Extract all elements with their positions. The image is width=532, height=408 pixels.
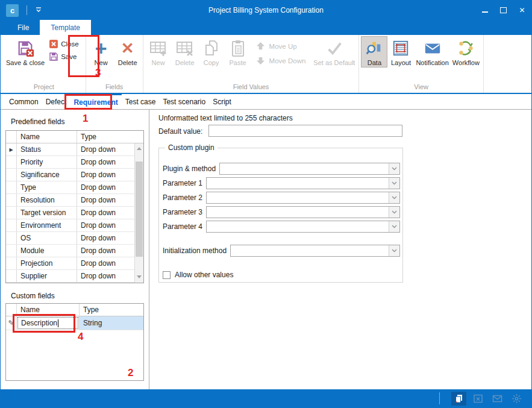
table-row[interactable]: Target versionDrop down (6, 207, 134, 219)
custom-fields-table: Name Type ✎ Description String (5, 303, 144, 381)
tab-script[interactable]: Script (209, 94, 235, 109)
view-data-button[interactable]: Data (361, 36, 387, 67)
minimize-button[interactable] (475, 1, 494, 20)
new-field-button[interactable]: + New (88, 36, 114, 67)
group-label-field-values: Field Values (145, 83, 357, 93)
new-value-button: New (145, 36, 172, 67)
chevron-down-icon[interactable] (389, 221, 399, 232)
initialization-method-dropdown[interactable] (230, 245, 400, 257)
maximize-button[interactable] (494, 1, 513, 20)
allow-other-values-checkbox[interactable] (163, 271, 171, 279)
custom-field-row[interactable]: ✎ Description String (6, 316, 143, 330)
custom-plugin-groupbox: Custom plugin Plugin & method Parameter … (158, 148, 403, 283)
allow-other-values-label: Allow other values (175, 271, 233, 279)
custom-fields-title: Custom fields (11, 292, 55, 300)
app-window: c Project Billing System Configuration ✕… (0, 0, 532, 408)
field-type-cell[interactable]: String (80, 316, 143, 330)
field-name-edit-cell[interactable]: Description (17, 317, 78, 329)
copy-icon (202, 39, 221, 58)
move-up-button: Move Up (256, 42, 306, 51)
edit-row-icon: ✎ (8, 319, 14, 327)
tab-requirement[interactable]: Requirement (70, 94, 121, 109)
table-row[interactable]: ProjectionDrop down (6, 257, 134, 270)
custom-plugin-legend: Custom plugin (165, 143, 217, 152)
table-row[interactable]: PriorityDrop down (6, 156, 134, 169)
table-row[interactable]: ▶StatusDrop down (6, 143, 134, 156)
parameter2-label: Parameter 2 (163, 193, 202, 202)
parameter4-label: Parameter 4 (163, 222, 202, 231)
new-field-icon: + (92, 39, 111, 58)
parameter3-dropdown[interactable] (206, 206, 400, 218)
table-row[interactable]: ResolutionDrop down (6, 194, 134, 207)
paste-icon (228, 39, 248, 58)
documents-icon (454, 394, 464, 404)
paste-value-button: Paste (225, 36, 251, 67)
text-caret (58, 319, 58, 327)
chevron-down-icon[interactable] (389, 163, 399, 174)
close-button[interactable]: ✕ (513, 1, 531, 20)
parameter1-dropdown[interactable] (206, 177, 400, 189)
maximize-icon (500, 7, 507, 13)
workflow-status-button[interactable] (509, 392, 524, 406)
ribbon-tab-file[interactable]: File (7, 20, 40, 35)
delete-field-button[interactable]: ✕ Delete (114, 36, 141, 67)
table-row[interactable]: SupplierDrop down (6, 270, 134, 283)
tab-defect[interactable]: Defect (42, 94, 70, 109)
ribbon-tab-template[interactable]: Template (40, 20, 91, 35)
tab-test-case[interactable]: Test case (122, 94, 160, 109)
move-down-button: Move Down (256, 56, 306, 66)
table-row[interactable]: TypeDrop down (6, 181, 134, 194)
current-row-icon: ▶ (9, 147, 13, 152)
delete-value-button: Delete (172, 36, 198, 67)
ribbon-group-project: Save & close Close Save (2, 35, 86, 93)
chevron-down-icon[interactable] (389, 192, 399, 203)
tab-common[interactable]: Common (5, 94, 42, 109)
table-header: Name Type (6, 131, 143, 143)
chevron-down-icon[interactable] (389, 245, 399, 256)
table-row[interactable]: ModuleDrop down (6, 245, 134, 257)
notification-status-button[interactable] (490, 392, 505, 406)
title-bar: c Project Billing System Configuration ✕ (1, 1, 531, 20)
data-view-icon (365, 39, 384, 58)
tab-test-scenario[interactable]: Test scenario (159, 94, 209, 109)
move-up-icon (256, 42, 266, 51)
save-icon (49, 52, 58, 61)
save-button[interactable]: Save (49, 52, 78, 61)
scroll-down-icon[interactable] (137, 275, 142, 278)
status-bar (1, 389, 531, 407)
layout-view-icon (391, 39, 410, 58)
chevron-down-icon[interactable] (389, 178, 399, 189)
vertical-scrollbar[interactable] (134, 143, 143, 283)
close-template-button[interactable]: Close (49, 39, 78, 49)
save-close-icon (16, 39, 35, 58)
column-header-type[interactable]: Type (80, 304, 143, 316)
table-row[interactable]: EnvironmentDrop down (6, 219, 134, 232)
fields-panel: Predefined fields Name Type ▶StatusDrop … (1, 110, 149, 389)
column-header-name[interactable]: Name (17, 131, 77, 143)
table-row[interactable]: OSDrop down (6, 232, 134, 245)
main-content: Predefined fields Name Type ▶StatusDrop … (1, 110, 531, 389)
parameter4-dropdown[interactable] (206, 221, 400, 233)
scroll-up-icon[interactable] (137, 147, 142, 150)
save-and-close-button[interactable]: Save & close (4, 36, 46, 67)
plugin-method-dropdown[interactable] (219, 163, 400, 175)
parameter2-dropdown[interactable] (206, 192, 400, 204)
column-header-type[interactable]: Type (77, 131, 143, 143)
layout-view-status-button[interactable] (471, 392, 486, 406)
delete-value-icon (175, 39, 195, 58)
chevron-down-icon[interactable] (389, 207, 399, 218)
ribbon-group-field-values: New Delete Copy (143, 35, 359, 93)
data-view-status-button[interactable] (451, 392, 466, 406)
default-value-input[interactable] (208, 125, 402, 137)
copy-value-button: Copy (198, 36, 225, 67)
envelope-icon (492, 394, 502, 404)
group-label-fields: Fields (88, 83, 141, 93)
scrollbar-thumb[interactable] (136, 162, 143, 257)
table-row[interactable]: SignificanceDrop down (6, 169, 134, 181)
column-header-name[interactable]: Name (17, 304, 80, 316)
new-value-icon (149, 39, 168, 58)
table-header: Name Type (6, 304, 143, 316)
view-notification-button[interactable]: Notification (414, 36, 450, 67)
view-layout-button[interactable]: Layout (387, 36, 414, 67)
view-workflow-button[interactable]: Workflow (451, 36, 481, 67)
